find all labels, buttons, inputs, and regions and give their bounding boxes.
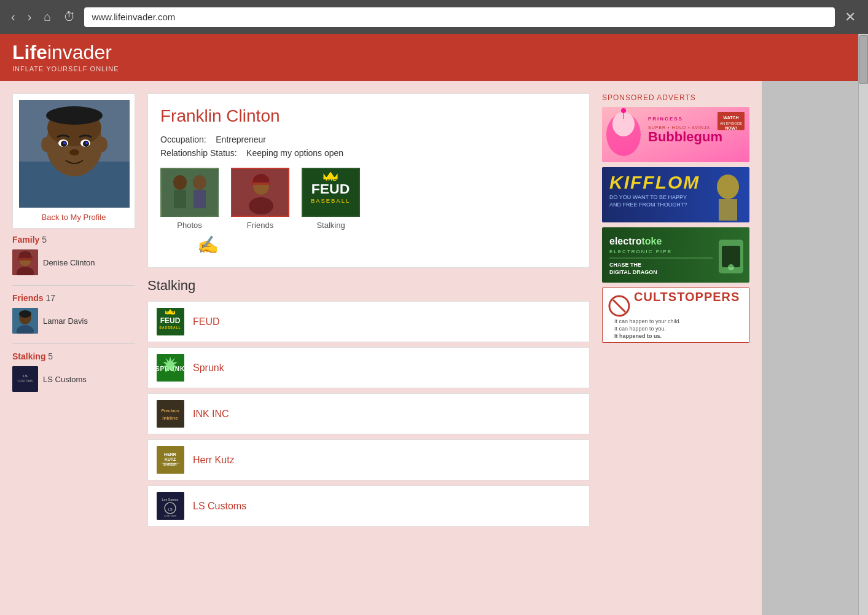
page-content: Back to My Profile Family 5: [0, 81, 762, 615]
svg-text:Precious: Precious: [161, 409, 179, 413]
sidebar-friends-section: Friends 17 Lamar Davis: [12, 293, 135, 334]
lscustoms-avatar-svg: LS CUSTOMS: [12, 366, 38, 392]
svg-rect-73: [719, 199, 737, 221]
kifflom-ad-svg: KIFFLOM DO YOU WANT TO BE HAPPY AND FREE…: [602, 167, 749, 222]
franklin-avatar-svg: [19, 100, 130, 208]
stalk-item-herrkutz[interactable]: HERR KUTZ BARBER Herr Kutz: [147, 439, 590, 480]
relationship-field: Relationship Status: Keeping my options …: [160, 148, 577, 158]
svg-text:PRINCESS: PRINCESS: [648, 116, 683, 122]
friends-nav-item[interactable]: Friends: [231, 168, 289, 230]
svg-text:AND FREE FROM THOUGHT?: AND FREE FROM THOUGHT?: [609, 202, 687, 208]
herrkutz-logo-svg: HERR KUTZ BARBER: [157, 446, 184, 474]
svg-text:AN EPISODE: AN EPISODE: [720, 122, 743, 125]
lamar-avatar: [12, 308, 38, 334]
ad-princess-robot[interactable]: PRINCESS SUPER • HOLO • AVINJA Bubblegum…: [602, 107, 749, 162]
svg-rect-25: [162, 169, 219, 217]
history-button[interactable]: ⏱: [60, 7, 79, 26]
friends-thumb: [231, 168, 289, 217]
sidebar-stalking-section: Stalking 5 LS CUSTOMS LS Customs: [12, 351, 135, 392]
svg-text:CHASE THE: CHASE THE: [609, 262, 641, 268]
svg-rect-84: [722, 246, 740, 267]
occupation-field: Occupation: Entrepreneur: [160, 135, 577, 144]
ad-cultstoppers[interactable]: CULTSTOPPERS It can happen to your child…: [602, 288, 749, 343]
svg-text:DO YOU WANT TO BE HAPPY: DO YOU WANT TO BE HAPPY: [609, 194, 687, 200]
ad-electrotoke[interactable]: electrotoke ELECTRONIC PIPE CHASE THE DI…: [602, 227, 749, 283]
denise-name: Denise Clinton: [43, 258, 95, 267]
stalk-item-inkinc[interactable]: Precious Inkline INK INC: [147, 393, 590, 434]
occupation-value: Entrepreneur: [216, 135, 266, 144]
sidebar-friends-member[interactable]: Lamar Davis: [12, 308, 135, 334]
forward-button[interactable]: ›: [24, 7, 36, 26]
friends-link[interactable]: Friends: [12, 293, 44, 303]
lscustoms-logo: Los Santos LS CUSTOMS: [157, 492, 184, 520]
svg-point-72: [717, 174, 739, 199]
svg-text:CULTSTOPPERS: CULTSTOPPERS: [634, 290, 740, 304]
svg-point-12: [41, 137, 51, 152]
sidebar-stalking-member[interactable]: LS CUSTOMS LS Customs: [12, 366, 135, 392]
home-button[interactable]: ⌂: [40, 7, 55, 26]
ad-kifflom[interactable]: KIFFLOM DO YOU WANT TO BE HAPPY AND FREE…: [602, 167, 749, 222]
denise-avatar-svg: [12, 249, 38, 275]
profile-name: Franklin Clinton: [160, 106, 577, 126]
site-tagline: INFLATE YOURSELF ONLINE: [12, 65, 856, 72]
family-link[interactable]: Family: [12, 235, 39, 245]
svg-point-10: [85, 142, 88, 144]
lscustoms-sidebar-name: LS Customs: [43, 375, 87, 384]
inkinc-name: INK INC: [193, 409, 229, 420]
svg-point-11: [69, 149, 79, 155]
stalk-item-sprunk[interactable]: SPRUNK Sprunk: [147, 347, 590, 388]
feud-logo-svg: THE FEUD BASEBALL: [157, 308, 184, 335]
svg-text:KIFFLOM: KIFFLOM: [609, 172, 700, 192]
relationship-value: Keeping my options open: [246, 148, 343, 158]
photos-thumb: [160, 168, 219, 217]
ads-title: SPONSORED ADVERTS: [602, 93, 749, 102]
stalking-count: 5: [48, 351, 53, 361]
scrollbar[interactable]: [858, 34, 868, 615]
stalk-item-feud[interactable]: THE FEUD BASEBALL FEUD: [147, 301, 590, 342]
stalking-nav-item[interactable]: THE FEUD BASEBALL Stalking: [302, 168, 360, 230]
sidebar-friends-title: Friends 17: [12, 293, 135, 303]
scrollbar-thumb[interactable]: [859, 35, 868, 84]
lamar-avatar-svg: [12, 308, 38, 334]
lscustoms-name: LS Customs: [193, 501, 246, 512]
svg-point-26: [173, 175, 187, 190]
stalk-item-lscustoms[interactable]: Los Santos LS CUSTOMS LS Customs: [147, 485, 590, 527]
friends-label: Friends: [247, 221, 273, 230]
svg-point-21: [19, 310, 31, 318]
herrkutz-logo: HERR KUTZ BARBER: [157, 446, 184, 474]
svg-text:NOW!: NOW!: [725, 126, 737, 130]
stalking-section-title: Stalking: [147, 278, 590, 294]
svg-text:DIGITAL DRAGON: DIGITAL DRAGON: [609, 269, 657, 275]
svg-point-9: [63, 142, 66, 144]
site-header: Lifeinvader INFLATE YOURSELF ONLINE: [0, 34, 868, 81]
svg-text:Inkline: Inkline: [162, 415, 178, 421]
herrkutz-name: Herr Kutz: [193, 455, 235, 466]
back-to-profile-link[interactable]: Back to My Profile: [19, 213, 128, 222]
stalking-link[interactable]: Stalking: [12, 351, 45, 361]
svg-text:Los Santos: Los Santos: [162, 498, 179, 501]
feud-name: FEUD: [193, 316, 220, 327]
sidebar-family-title: Family 5: [12, 235, 135, 245]
address-bar[interactable]: [84, 7, 835, 27]
photos-nav-item[interactable]: Photos: [160, 168, 219, 230]
close-button[interactable]: ✕: [840, 7, 861, 28]
profile-nav: Photos Friends: [160, 168, 577, 230]
svg-point-63: [621, 108, 626, 113]
svg-text:KUTZ: KUTZ: [165, 457, 176, 461]
svg-rect-46: [157, 400, 184, 428]
sidebar-divider-1: [12, 285, 135, 286]
svg-point-13: [98, 137, 108, 152]
svg-text:It happened to us.: It happened to us.: [614, 333, 662, 339]
svg-text:Bubblegum: Bubblegum: [648, 129, 722, 144]
friends-thumb-svg: [232, 169, 289, 217]
feud-logo: THE FEUD BASEBALL: [157, 308, 184, 335]
stalking-section: Stalking THE FEUD BASEBALL FEUD: [147, 278, 590, 527]
stalking-thumb: THE FEUD BASEBALL: [302, 168, 360, 217]
sidebar-family-member[interactable]: Denise Clinton: [12, 249, 135, 275]
svg-text:CUSTOMS: CUSTOMS: [18, 379, 34, 383]
svg-point-32: [249, 197, 273, 214]
princess-robot-ad-svg: PRINCESS SUPER • HOLO • AVINJA Bubblegum…: [602, 107, 749, 162]
stalking-thumb-svg: THE FEUD BASEBALL: [303, 168, 359, 217]
occupation-label: Occupation:: [160, 135, 206, 144]
back-button[interactable]: ‹: [7, 7, 19, 26]
